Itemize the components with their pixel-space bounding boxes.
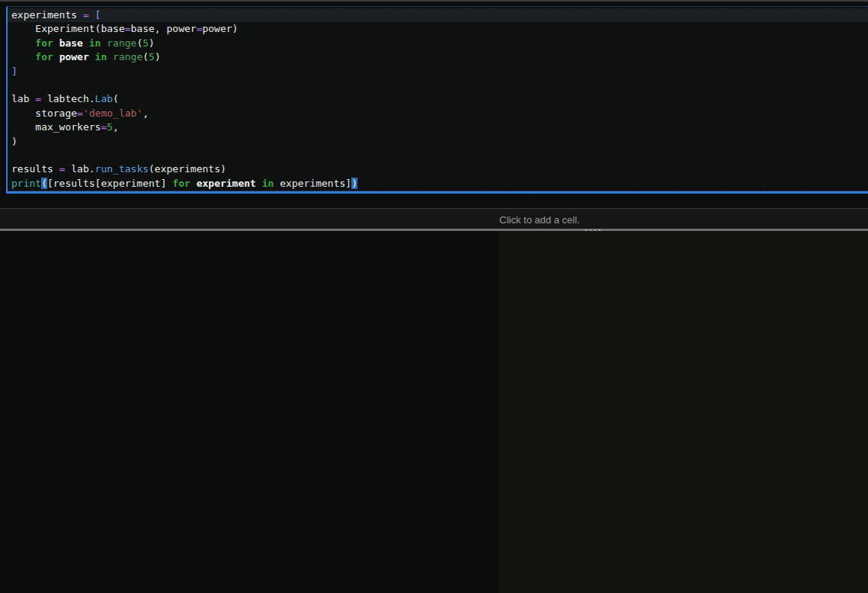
code-token-var: experiment xyxy=(197,178,256,189)
code-token-plain: ( xyxy=(143,51,149,63)
code-token-plain xyxy=(191,178,197,189)
code-token-plain: max_workers xyxy=(11,121,101,133)
code-token-var: base xyxy=(59,37,83,49)
code-token-plain xyxy=(53,37,59,49)
code-token-kw: in xyxy=(95,51,107,63)
code-token-plain: , xyxy=(143,107,149,119)
empty-pane-right[interactable] xyxy=(499,231,868,593)
notebook-window: experiments = [ Experiment(base=base, po… xyxy=(0,0,868,593)
code-token-fn: Lab xyxy=(95,93,113,104)
code-token-brkt: [ xyxy=(95,9,101,21)
code-line xyxy=(11,79,868,92)
code-token-plain: labtech. xyxy=(41,93,94,104)
code-token-plain xyxy=(11,37,35,49)
code-line: storage='demo_lab', xyxy=(11,107,868,120)
code-token-plain: , xyxy=(113,121,119,133)
code-editor-area[interactable]: experiments = [ Experiment(base=base, po… xyxy=(8,7,868,191)
code-line: for power in range(5) xyxy=(11,50,868,64)
code-token-kw: in xyxy=(89,37,101,49)
code-line: for base in range(5) xyxy=(11,37,868,50)
add-cell-placeholder-text: Click to add a cell. xyxy=(499,213,580,225)
code-token-kw: in xyxy=(262,178,274,189)
code-token-match: ) xyxy=(351,178,357,189)
code-token-plain xyxy=(256,178,262,189)
code-token-range: range xyxy=(113,51,143,63)
code-token-op: = xyxy=(35,93,41,104)
code-token-str: 'demo_lab' xyxy=(83,107,143,119)
code-token-plain: ( xyxy=(113,93,119,104)
code-token-plain: storage xyxy=(11,107,77,119)
code-token-var: power xyxy=(59,51,89,63)
code-token-match: ( xyxy=(41,178,47,189)
code-line: print([results[experiment] for experimen… xyxy=(11,177,868,191)
code-token-plain: ) xyxy=(11,136,18,147)
code-token-plain xyxy=(83,37,89,49)
code-token-num: 5 xyxy=(107,121,113,133)
code-line: Experiment(base=base, power=power) xyxy=(11,22,868,36)
code-line: experiments = [ xyxy=(8,8,868,22)
code-token-fn: run_tasks xyxy=(95,163,149,175)
code-token-plain: experiments] xyxy=(274,178,351,189)
code-token-plain: [results[experiment] xyxy=(47,178,172,189)
code-token-num: 5 xyxy=(149,51,155,63)
code-token-kw: for xyxy=(35,37,53,49)
code-token-plain xyxy=(11,51,35,63)
add-cell-bar[interactable]: Click to add a cell. xyxy=(0,208,868,229)
code-line: lab = labtech.Lab( xyxy=(11,92,868,106)
code-token-range: range xyxy=(107,37,136,49)
code-token-op: = xyxy=(77,107,83,119)
code-token-kw: for xyxy=(172,178,190,189)
code-line: results = lab.run_tasks(experiments) xyxy=(11,162,868,176)
empty-pane-left[interactable] xyxy=(0,231,499,593)
window-top-edge xyxy=(0,0,868,2)
code-line: ) xyxy=(11,135,868,149)
code-token-plain xyxy=(107,51,113,63)
code-token-op: = xyxy=(83,9,89,21)
code-token-plain: lab. xyxy=(65,163,94,175)
code-token-op: = xyxy=(125,23,131,34)
code-token-kw: for xyxy=(35,51,53,63)
code-token-plain xyxy=(53,51,59,63)
code-line: max_workers=5, xyxy=(11,120,868,134)
code-line xyxy=(11,149,868,162)
code-token-plain xyxy=(89,9,95,21)
code-token-plain: Experiment(base xyxy=(11,23,125,34)
code-token-plain: power) xyxy=(202,23,238,34)
code-token-plain: ) xyxy=(149,37,155,49)
code-token-brkt: ] xyxy=(11,66,18,77)
code-token-plain: experiments xyxy=(11,9,83,21)
code-token-builtin: print xyxy=(11,178,41,189)
code-cell[interactable]: experiments = [ Experiment(base=base, po… xyxy=(6,6,868,194)
code-token-plain: base, power xyxy=(131,23,197,34)
code-token-plain: ) xyxy=(155,51,161,63)
code-token-plain: lab xyxy=(11,93,35,104)
code-token-num: 5 xyxy=(143,37,149,49)
code-token-plain: results xyxy=(11,163,59,175)
code-token-plain xyxy=(89,51,95,63)
code-line: ] xyxy=(11,65,868,79)
code-token-plain: (experiments) xyxy=(149,163,226,175)
